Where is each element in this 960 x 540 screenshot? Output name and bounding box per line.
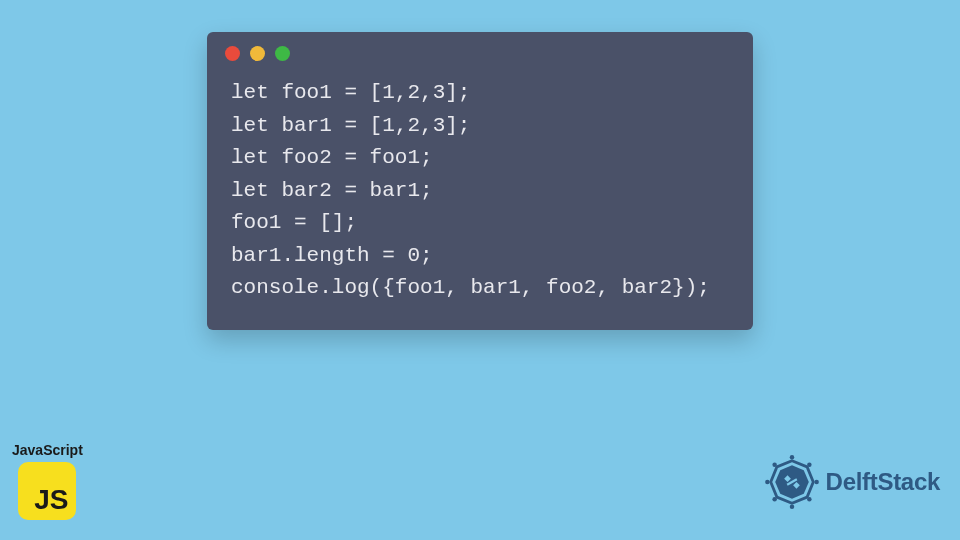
javascript-logo-icon: JS: [18, 462, 76, 520]
close-icon[interactable]: [225, 46, 240, 61]
minimize-icon[interactable]: [250, 46, 265, 61]
svg-point-10: [772, 497, 776, 501]
code-line: let foo2 = foo1;: [231, 146, 433, 169]
code-line: let bar1 = [1,2,3];: [231, 114, 470, 137]
code-window: let foo1 = [1,2,3]; let bar1 = [1,2,3]; …: [207, 32, 753, 330]
code-line: let bar2 = bar1;: [231, 179, 433, 202]
window-controls: [207, 32, 753, 69]
svg-point-9: [789, 504, 793, 508]
code-line: foo1 = [];: [231, 211, 357, 234]
js-logo-text: JS: [34, 484, 68, 516]
svg-point-6: [807, 462, 811, 466]
code-line: let foo1 = [1,2,3];: [231, 81, 470, 104]
delftstack-text: DelftStack: [826, 468, 940, 496]
delftstack-logo-icon: [764, 454, 820, 510]
svg-point-7: [814, 480, 818, 484]
javascript-badge: JavaScript JS: [12, 442, 83, 520]
svg-point-12: [772, 462, 776, 466]
code-block: let foo1 = [1,2,3]; let bar1 = [1,2,3]; …: [207, 69, 753, 323]
delftstack-badge: DelftStack: [764, 454, 940, 510]
javascript-label: JavaScript: [12, 442, 83, 458]
svg-point-8: [807, 497, 811, 501]
code-line: bar1.length = 0;: [231, 244, 433, 267]
code-line: console.log({foo1, bar1, foo2, bar2});: [231, 276, 710, 299]
svg-point-11: [765, 480, 769, 484]
svg-point-5: [789, 455, 793, 459]
maximize-icon[interactable]: [275, 46, 290, 61]
